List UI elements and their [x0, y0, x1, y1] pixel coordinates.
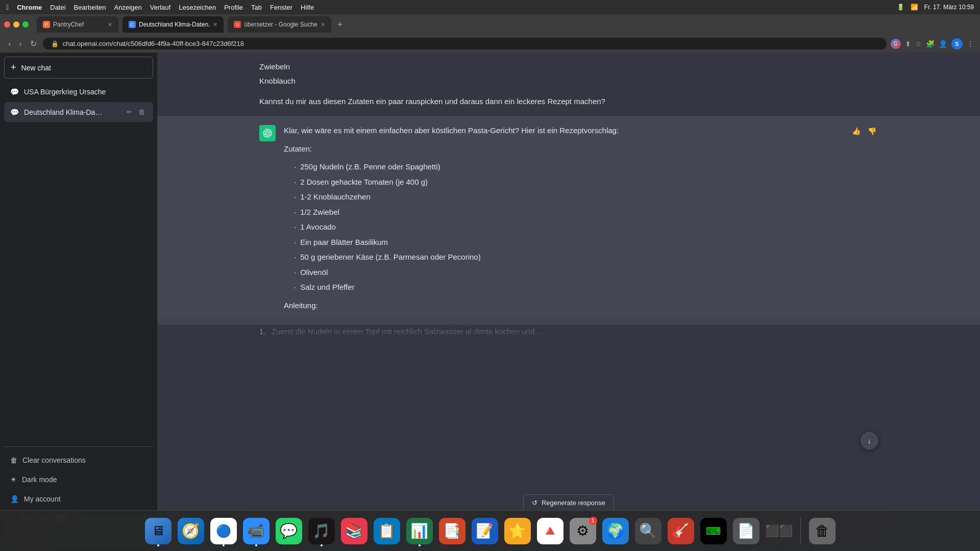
google-account-icon[interactable]: G [891, 39, 901, 49]
my-account-button[interactable]: 👤 My account [4, 490, 153, 508]
lock-icon: 🔒 [51, 40, 59, 47]
ingredient-item: ·Salz und Pfeffer [294, 281, 878, 294]
dock-trash[interactable]: 🗑 [809, 518, 836, 544]
forward-button[interactable]: › [17, 38, 23, 49]
main-layout: + New chat 💬 USA Bürgerkrieg Ursache 💬 D… [0, 53, 980, 551]
ingredient-item: ·50 g geriebener Käse (z.B. Parmesan ode… [294, 251, 878, 264]
tab-uebersetzer[interactable]: G übersetzer - Google Suche ✕ [228, 16, 331, 33]
dock-whatsapp[interactable]: 💬 [276, 518, 302, 544]
menu-hilfe[interactable]: Hilfe [301, 4, 314, 11]
tab-pantry-chef[interactable]: P PantryChef ✕ [37, 16, 118, 33]
dock-safari[interactable]: 🧭 [178, 518, 204, 544]
dock-noteplan[interactable]: ⭐ [504, 518, 531, 544]
app-name[interactable]: Chrome [17, 4, 42, 11]
clear-conversations-label: Clear conversations [22, 456, 86, 464]
back-button[interactable]: ‹ [6, 38, 13, 49]
close-window-button[interactable] [4, 21, 10, 28]
address-bar[interactable]: 🔒 chat.openai.com/chat/c506dfd6-4f9a-40f… [43, 38, 887, 49]
address-bar-row: ‹ › ↻ 🔒 chat.openai.com/chat/c506dfd6-4f… [0, 35, 980, 53]
sidebar-item-usa-chat[interactable]: 💬 USA Bürgerkrieg Ursache [4, 83, 153, 101]
browser-toolbar-icons: G ⬆ ☆ 🧩 👤 S ⋮ [891, 38, 974, 49]
dock-finder[interactable]: 🖥 [145, 518, 172, 544]
ingredient-item: ·250g Nudeln (z.B. Penne oder Spaghetti) [294, 160, 878, 173]
clear-conversations-button[interactable]: 🗑 Clear conversations [4, 451, 153, 469]
fullscreen-window-button[interactable] [22, 21, 29, 28]
sidebar-item-deutschland-chat[interactable]: 💬 Deutschland Klima-Da… ✏ 🗑 [4, 102, 153, 122]
ai-zutaten-label: Zutaten: [284, 142, 878, 156]
dock-chrome[interactable]: 🔵 [210, 518, 237, 544]
ingredient-item: ·1/2 Zwiebel [294, 206, 878, 219]
openai-logo-icon [263, 129, 272, 138]
traffic-lights [4, 21, 29, 28]
thumbs-up-button[interactable]: 👍 [850, 124, 862, 139]
extension-icon[interactable]: 🧩 [926, 40, 935, 48]
my-account-label: My account [24, 495, 61, 503]
menu-tab[interactable]: Tab [251, 4, 262, 11]
tab-deutschland-klima[interactable]: C Deutschland Klima-Daten. ✕ [122, 16, 224, 33]
scroll-to-bottom-button[interactable]: ↓ [861, 432, 878, 449]
apple-logo-icon[interactable]:  [6, 3, 9, 11]
dock-system-settings[interactable]: ⚙ 1 [570, 518, 596, 544]
thumbs-down-button[interactable]: 👎 [866, 124, 878, 139]
user-icon: 👤 [10, 495, 19, 503]
dock-word[interactable]: 📝 [472, 518, 498, 544]
user-msg-line2: Knoblauch [259, 75, 878, 87]
dock-maps[interactable]: 🌍 [602, 518, 629, 544]
new-tab-button[interactable]: + [337, 19, 343, 30]
dock-terminal[interactable]: ⌨ [700, 518, 727, 544]
menu-profile[interactable]: Profile [224, 4, 243, 11]
ai-response-content: Klar, wie wäre es mit einem einfachen ab… [284, 124, 878, 317]
browser-chrome: P PantryChef ✕ C Deutschland Klima-Daten… [0, 14, 980, 53]
url-text: chat.openai.com/chat/c506dfd6-4f9a-40ff-… [63, 40, 878, 47]
menu-verlauf[interactable]: Verlauf [150, 4, 170, 11]
chat-item-usa-title: USA Bürgerkrieg Ursache [24, 88, 147, 96]
sidebar: + New chat 💬 USA Bürgerkrieg Ursache 💬 D… [0, 53, 157, 551]
step-partial-text: 1. Zuerst die Nudeln in einem Topf mit r… [259, 325, 878, 338]
user-msg-line1: Zwiebeln [259, 61, 878, 73]
menu-fenster[interactable]: Fenster [270, 4, 292, 11]
tab-pantry-chef-close[interactable]: ✕ [108, 21, 112, 28]
dock-mission-control[interactable]: ⬛⬛ [766, 518, 792, 544]
bookmark-icon[interactable]: ☆ [915, 40, 922, 48]
dock-powerpoint[interactable]: 📑 [439, 518, 465, 544]
tab-uebersetzer-close[interactable]: ✕ [321, 21, 325, 28]
dock-stacks[interactable]: 📚 [341, 518, 368, 544]
delete-chat-button[interactable]: 🗑 [136, 107, 147, 117]
browser-window: P PantryChef ✕ C Deutschland Klima-Daten… [0, 14, 980, 551]
chat-messages[interactable]: Zwiebeln Knoblauch Kannst du mir aus die… [157, 53, 980, 490]
dark-mode-button[interactable]: ☀ Dark mode [4, 470, 153, 489]
user-avatar[interactable]: S [951, 38, 963, 49]
plus-icon: + [11, 62, 16, 73]
menu-dots-icon[interactable]: ⋮ [967, 40, 974, 48]
dock-pages[interactable]: 📄 [733, 518, 760, 544]
chat-item-deutschland-title: Deutschland Klima-Da… [24, 108, 119, 116]
profile-icon[interactable]: 👤 [939, 40, 947, 48]
reload-button[interactable]: ↻ [28, 38, 39, 49]
minimize-window-button[interactable] [13, 21, 19, 28]
edit-chat-button[interactable]: ✏ [125, 107, 134, 117]
share-icon[interactable]: ⬆ [905, 40, 911, 48]
menu-anzeigen[interactable]: Anzeigen [114, 4, 142, 11]
ai-anleitung-label: Anleitung: [284, 299, 878, 312]
dock-google-drive[interactable]: 🔺 [537, 518, 564, 544]
dock-spotify[interactable]: 🎵 [308, 518, 335, 544]
macos-menu-bar:  Chrome Datei Bearbeiten Anzeigen Verla… [0, 0, 980, 14]
dock-finder-search[interactable]: 🔍 [635, 518, 662, 544]
chat-item-actions: ✏ 🗑 [125, 107, 147, 117]
regenerate-response-button[interactable]: ↺ Regenerate response [523, 494, 614, 511]
dock-garageband[interactable]: 🎸 [668, 518, 694, 544]
tab-uebersetzer-title: übersetzer - Google Suche [244, 21, 317, 28]
dock-excel[interactable]: 📊 [406, 518, 433, 544]
ai-message: Klar, wie wäre es mit einem einfachen ab… [157, 116, 980, 325]
menu-lesezeichen[interactable]: Lesezeichen [179, 4, 216, 11]
ingredient-item: ·Olivenöl [294, 266, 878, 279]
new-chat-button[interactable]: + New chat [4, 57, 153, 79]
dock-trello[interactable]: 📋 [374, 518, 400, 544]
refresh-icon: ↺ [532, 499, 537, 507]
menu-bearbeiten[interactable]: Bearbeiten [74, 4, 106, 11]
sun-icon: ☀ [10, 475, 17, 484]
menu-datei[interactable]: Datei [50, 4, 65, 11]
tab-deutschland-klima-close[interactable]: ✕ [213, 21, 217, 28]
dock-zoom[interactable]: 📹 [243, 518, 270, 544]
dark-mode-label: Dark mode [22, 475, 57, 484]
